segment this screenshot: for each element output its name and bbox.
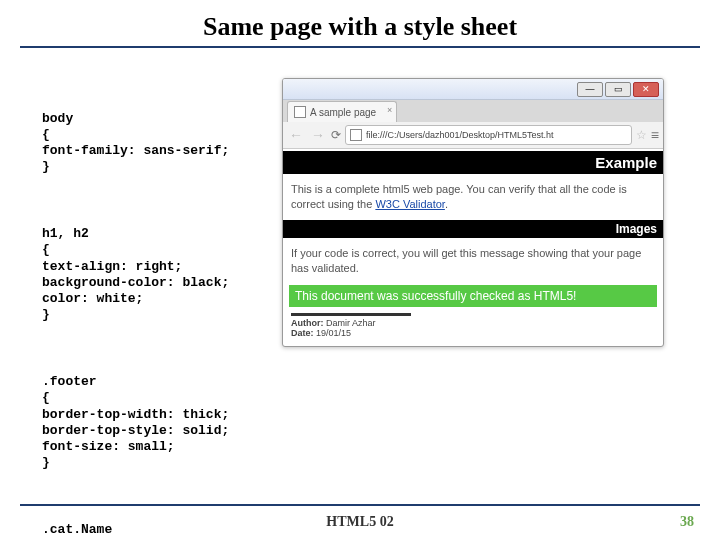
forward-icon[interactable]: → — [309, 127, 327, 143]
address-bar: ← → ⟳ file:///C:/Users/dazh001/Desktop/H… — [283, 122, 663, 149]
page-paragraph-2: If your code is correct, you will get th… — [283, 240, 663, 282]
footer-date-value: 19/01/15 — [316, 328, 351, 338]
slide-title: Same page with a style sheet — [0, 0, 720, 46]
page-icon — [294, 106, 306, 118]
footer-date-line: Date: 19/01/15 — [291, 328, 411, 338]
browser-screenshot-column: — ▭ ✕ A sample page × ← → ⟳ — [282, 78, 700, 540]
page-h1: Example — [283, 151, 663, 174]
footer-author-line: Author: Damir Azhar — [291, 318, 411, 328]
rendered-page: Example This is a complete html5 web pag… — [283, 151, 663, 338]
slide-number: 38 — [680, 514, 694, 530]
page-footer: Author: Damir Azhar Date: 19/01/15 — [291, 313, 411, 338]
browser-tab[interactable]: A sample page × — [287, 101, 397, 122]
tab-close-icon[interactable]: × — [387, 105, 392, 115]
code-block-h1h2: h1, h2 { text-align: right; background-c… — [42, 226, 282, 324]
para1-text-b: . — [445, 198, 448, 210]
tab-title: A sample page — [310, 107, 376, 118]
file-icon — [350, 129, 362, 141]
slide-footer-text: HTML5 02 — [0, 514, 720, 530]
slide: Same page with a style sheet body { font… — [0, 0, 720, 540]
url-text: file:///C:/Users/dazh001/Desktop/HTML5Te… — [366, 130, 554, 140]
footer-date-label: Date: — [291, 328, 314, 338]
tab-bar: A sample page × — [283, 100, 663, 122]
code-block-footer: .footer { border-top-width: thick; borde… — [42, 374, 282, 472]
footer-author-value: Damir Azhar — [326, 318, 376, 328]
browser-window: — ▭ ✕ A sample page × ← → ⟳ — [282, 78, 664, 347]
code-block-body: body { font-family: sans-serif; } — [42, 111, 282, 176]
page-h2: Images — [283, 220, 663, 238]
validator-success-banner: This document was successfully checked a… — [289, 285, 657, 307]
bookmark-star-icon[interactable]: ☆ — [636, 128, 647, 142]
footer-rule — [20, 504, 700, 506]
css-code-column: body { font-family: sans-serif; } h1, h2… — [42, 78, 282, 540]
content-row: body { font-family: sans-serif; } h1, h2… — [0, 48, 720, 540]
maximize-button[interactable]: ▭ — [605, 82, 631, 97]
w3c-validator-link[interactable]: W3C Validator — [375, 198, 445, 210]
close-button[interactable]: ✕ — [633, 82, 659, 97]
page-paragraph-1: This is a complete html5 web page. You c… — [283, 176, 663, 218]
menu-icon[interactable]: ≡ — [651, 127, 659, 143]
footer-author-label: Author: — [291, 318, 324, 328]
url-field[interactable]: file:///C:/Users/dazh001/Desktop/HTML5Te… — [345, 125, 632, 145]
back-icon[interactable]: ← — [287, 127, 305, 143]
reload-icon[interactable]: ⟳ — [331, 128, 341, 142]
window-titlebar: — ▭ ✕ — [283, 79, 663, 100]
para1-text-a: This is a complete html5 web page. You c… — [291, 183, 627, 210]
minimize-button[interactable]: — — [577, 82, 603, 97]
